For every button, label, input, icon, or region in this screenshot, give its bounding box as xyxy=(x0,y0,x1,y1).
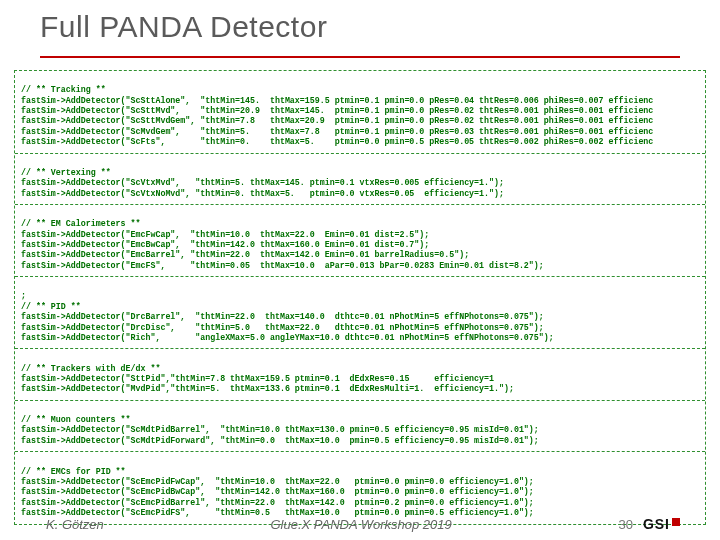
code-comment: // ** EMCs for PID ** xyxy=(21,467,126,476)
code-comment: // ** EM Calorimeters ** xyxy=(21,219,141,228)
code-line: fastSim->AddDetector("ScVtxNoMvd", "thtM… xyxy=(21,189,504,198)
footer: K. Götzen Glue.X PANDA Workshop 2019 30 … xyxy=(0,516,720,532)
page-number: 30 xyxy=(618,517,632,532)
code-comment: // ** Tracking ** xyxy=(21,85,106,94)
code-line: fastSim->AddDetector("EmcFwCap", "thtMin… xyxy=(21,230,429,239)
code-line: fastSim->AddDetector("ScSttMvd", "thtMin… xyxy=(21,106,653,115)
code-line: fastSim->AddDetector("ScFts", "thtMin=0.… xyxy=(21,137,653,146)
code-line: fastSim->AddDetector("ScSttAlone", "thtM… xyxy=(21,96,653,105)
code-line: ; xyxy=(21,291,26,300)
section-divider xyxy=(15,400,705,401)
code-comment: // ** Vertexing ** xyxy=(21,168,111,177)
code-comment: // ** Muon counters ** xyxy=(21,415,131,424)
code-line: fastSim->AddDetector("ScEmcPidBarrel", "… xyxy=(21,498,534,507)
code-line: fastSim->AddDetector("ScMdtPidForward", … xyxy=(21,436,539,445)
code-line: fastSim->AddDetector("EmcBarrel", "thtMi… xyxy=(21,250,469,259)
code-line: fastSim->AddDetector("EmcFS", "thtMin=0.… xyxy=(21,261,544,270)
code-comment: // ** Trackers with dE/dx ** xyxy=(21,364,160,373)
slide-root: Full PANDA Detector // ** Tracking ** fa… xyxy=(0,0,720,540)
code-line: fastSim->AddDetector("ScSttMvdGem", "tht… xyxy=(21,116,653,125)
code-line: fastSim->AddDetector("SttPid","thtMin=7.… xyxy=(21,374,494,383)
code-line: fastSim->AddDetector("ScEmcPidFwCap", "t… xyxy=(21,477,534,486)
code-line: fastSim->AddDetector("DrcBarrel", "thtMi… xyxy=(21,312,544,321)
code-box: // ** Tracking ** fastSim->AddDetector("… xyxy=(14,70,706,525)
section-divider xyxy=(15,153,705,154)
brand-text: GSI xyxy=(643,516,670,532)
code-line: fastSim->AddDetector("DrcDisc", "thtMin=… xyxy=(21,323,544,332)
code-line: fastSim->AddDetector("ScMdtPidBarrel", "… xyxy=(21,425,539,434)
section-divider xyxy=(15,451,705,452)
code-line: fastSim->AddDetector("EmcBwCap", "thtMin… xyxy=(21,240,429,249)
code-line: fastSim->AddDetector("ScEmcPidBwCap", "t… xyxy=(21,487,534,496)
section-divider xyxy=(15,348,705,349)
code-line: fastSim->AddDetector("ScVtxMvd", "thtMin… xyxy=(21,178,504,187)
slide-title: Full PANDA Detector xyxy=(40,10,327,44)
code-line: fastSim->AddDetector("ScMvdGem", "thtMin… xyxy=(21,127,653,136)
footer-right: 30 GSI xyxy=(618,516,680,532)
code-comment: // ** PID ** xyxy=(21,302,81,311)
brand-square-icon xyxy=(672,518,680,526)
code-line: fastSim->AddDetector("Rich", "angleXMax=… xyxy=(21,333,554,342)
footer-author: K. Götzen xyxy=(46,517,104,532)
brand-logo: GSI xyxy=(643,516,680,532)
section-divider xyxy=(15,276,705,277)
title-underline xyxy=(40,56,680,58)
footer-event: Glue.X PANDA Workshop 2019 xyxy=(104,517,619,532)
section-divider xyxy=(15,204,705,205)
code-line: fastSim->AddDetector("MvdPid","thtMin=5.… xyxy=(21,384,514,393)
